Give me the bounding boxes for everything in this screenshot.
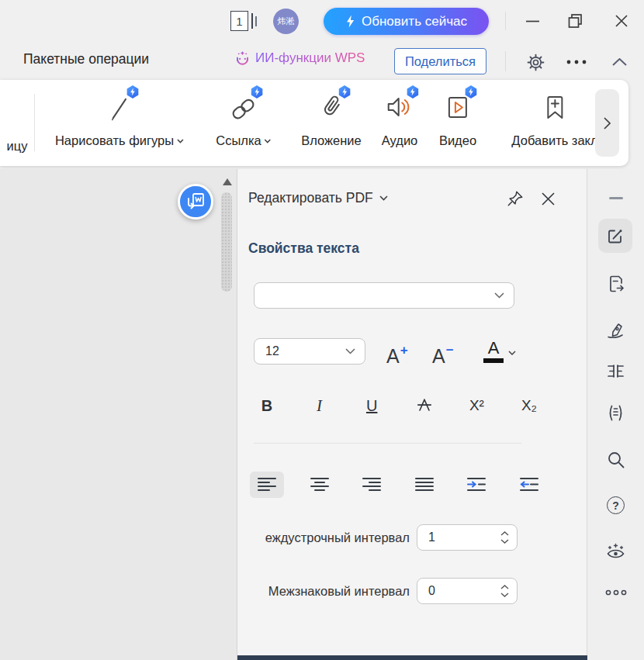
scrollbar-thumb[interactable] — [221, 192, 232, 292]
sidebar-export-button[interactable] — [587, 275, 644, 293]
color-swatch-bar — [483, 358, 504, 363]
titlebar-divider — [505, 12, 506, 30]
sidebar-columns-button[interactable] — [587, 363, 644, 379]
help-icon: ? — [607, 496, 625, 514]
subscript-button[interactable]: X₂ — [512, 392, 546, 420]
align-justify-button[interactable] — [407, 472, 441, 498]
tab-counter[interactable]: 1 — [230, 11, 257, 31]
tab-count-box: 1 — [230, 11, 248, 31]
sidebar-eye-protection-button[interactable] — [587, 543, 644, 561]
wps-pdf-editor-window: 1 炜淞 Обновить сейчас Пакетн — [0, 0, 644, 660]
align-right-button[interactable] — [355, 472, 389, 498]
toolbar-audio-button[interactable]: Аудио — [379, 88, 421, 159]
titlebar: 1 炜淞 Обновить сейчас — [0, 0, 644, 42]
line-spacing-spinner[interactable]: 1 — [417, 524, 518, 551]
edit-pdf-panel: Редактировать PDF Свойства текста 12 A+ — [237, 169, 587, 660]
compress-pages-icon — [606, 404, 625, 422]
toolbar-item-label: Вложение — [301, 133, 362, 148]
close-panel-button[interactable] — [538, 189, 557, 208]
toolbar-link-button[interactable]: Ссылка — [213, 88, 274, 159]
document-canvas[interactable] — [0, 169, 237, 660]
indent-decrease-icon — [520, 477, 538, 492]
sidebar-compress-button[interactable] — [587, 404, 644, 422]
align-center-button[interactable] — [303, 472, 337, 498]
chevron-down-icon — [508, 351, 516, 355]
sidebar-help-button[interactable]: ? — [587, 496, 644, 514]
sidebar-collapse-handle[interactable] — [609, 197, 623, 199]
alignment-buttons-row — [250, 472, 546, 498]
toolbar-draw-shapes-button[interactable]: Нарисовать фигуры — [52, 88, 187, 159]
toolbar-attachment-button[interactable]: Вложение — [298, 88, 365, 159]
collapse-ribbon-button[interactable] — [608, 53, 631, 71]
gear-icon — [527, 54, 545, 71]
avatar[interactable]: 炜淞 — [273, 9, 299, 34]
eye-sparkle-icon — [606, 543, 625, 561]
sidebar-more-button[interactable] — [587, 589, 644, 596]
letter-a-glyph: A — [386, 347, 400, 366]
increase-font-size-button[interactable]: A+ — [386, 338, 407, 366]
font-color-button[interactable]: A — [483, 340, 516, 363]
plus-glyph: + — [400, 344, 408, 357]
minimize-button[interactable] — [520, 9, 545, 33]
search-icon — [607, 451, 625, 469]
toolbar-scroll-next-button[interactable] — [595, 89, 619, 157]
restore-button[interactable] — [563, 9, 587, 33]
tab-batch-operations[interactable]: Пакетные операции — [23, 51, 149, 67]
decrease-font-size-button[interactable]: A− — [432, 338, 453, 366]
sidebar-edit-pdf-button[interactable] — [598, 219, 632, 253]
pin-icon — [507, 190, 524, 207]
menubar-divider — [505, 51, 506, 71]
indent-decrease-button[interactable] — [512, 472, 546, 498]
spinner-down-icon[interactable] — [500, 539, 509, 544]
spinner-up-icon[interactable] — [500, 585, 509, 589]
bold-button[interactable]: B — [250, 392, 284, 420]
close-icon — [542, 192, 555, 206]
settings-button[interactable] — [525, 52, 546, 72]
ai-sparkle-face-icon — [235, 51, 250, 66]
dropdown-caret-icon — [265, 139, 272, 143]
share-button[interactable]: Поделиться — [394, 48, 486, 74]
superscript-button[interactable]: X² — [459, 392, 493, 420]
document-export-icon — [607, 275, 625, 293]
indent-increase-button[interactable] — [459, 472, 493, 498]
char-spacing-spinner[interactable]: 0 — [417, 578, 518, 604]
indent-increase-icon — [467, 477, 486, 492]
font-family-select[interactable] — [254, 282, 514, 309]
spinner-down-icon[interactable] — [500, 593, 509, 597]
close-window-button[interactable] — [609, 9, 634, 33]
toolbar-item-label: Видео — [439, 133, 476, 148]
toolbar-video-button[interactable]: Видео — [436, 88, 480, 159]
strikethrough-button[interactable] — [407, 392, 441, 420]
align-left-button[interactable] — [250, 472, 284, 498]
update-now-label: Обновить сейчас — [362, 14, 467, 29]
minus-glyph: − — [446, 344, 454, 357]
convert-to-word-floating-button[interactable] — [178, 184, 213, 219]
tab-stack-bar — [251, 13, 253, 29]
right-sidebar: ? — [587, 169, 644, 660]
toolbar-item-clipped[interactable]: ицу — [0, 80, 34, 166]
char-spacing-label: Межзнаковый интервал — [237, 578, 410, 604]
ai-functions-button[interactable]: ИИ-функции WPS — [235, 50, 365, 66]
update-now-button[interactable]: Обновить сейчас — [324, 8, 489, 35]
signature-pen-icon — [606, 320, 625, 340]
sidebar-search-button[interactable] — [587, 451, 644, 469]
font-size-select[interactable]: 12 — [254, 338, 365, 365]
video-icon — [445, 92, 471, 123]
toolbar-add-bookmark-button[interactable]: Добавить закл — [508, 88, 601, 159]
pin-panel-button[interactable] — [506, 189, 525, 208]
italic-button[interactable]: I — [303, 392, 337, 420]
sidebar-signature-button[interactable] — [587, 320, 644, 340]
spinner-up-icon[interactable] — [500, 531, 509, 536]
align-center-icon — [310, 477, 329, 492]
lightning-icon — [345, 15, 355, 28]
toolbar-item-label: Аудио — [382, 133, 418, 148]
underline-button[interactable]: U — [355, 392, 389, 420]
scrollbar-up-arrow[interactable] — [223, 178, 232, 185]
panel-divider — [254, 443, 521, 444]
panel-bottom-bar — [237, 655, 587, 660]
chevron-down-icon — [379, 195, 388, 201]
toolbar-item-label: Нарисовать фигуры — [55, 133, 174, 148]
panel-title-dropdown[interactable]: Редактировать PDF — [248, 190, 388, 206]
more-menu-button[interactable] — [565, 54, 588, 71]
font-size-value: 12 — [254, 344, 345, 358]
